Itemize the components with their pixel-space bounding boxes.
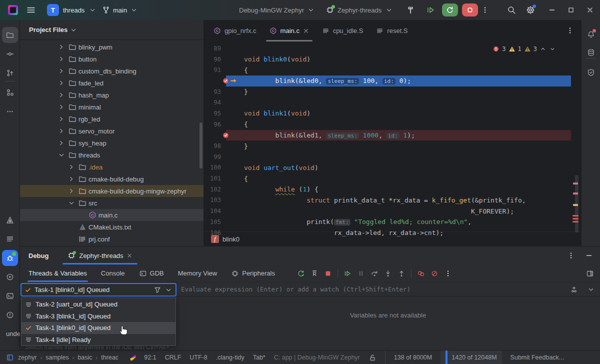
code-line-96[interactable]: 96{ <box>204 119 581 130</box>
sidebar-item-problems-tool[interactable] <box>2 307 18 323</box>
gutter[interactable] <box>221 76 240 86</box>
debug-session-tab[interactable]: Zephyr-threads ✕ <box>62 246 137 264</box>
chevron-right-icon[interactable] <box>58 67 66 75</box>
chevron-right-icon[interactable] <box>68 175 76 183</box>
tree-item-hash-map[interactable]: hash_map <box>20 89 204 101</box>
stripe-mark[interactable] <box>573 182 578 184</box>
gutter[interactable] <box>221 130 240 141</box>
tree-item-src[interactable]: src <box>20 197 204 209</box>
crumb-threads[interactable]: threads <box>101 354 118 361</box>
run-config-selector[interactable]: Debug-MinGW Zephyr <box>239 0 315 20</box>
tree-item-rgb-led[interactable]: rgb_led <box>20 113 204 125</box>
main-menu-button[interactable] <box>26 0 36 20</box>
kebab-icon[interactable] <box>566 26 574 34</box>
code-line-105[interactable]: 105 printk(fmt: "Toggled led%d; counter=… <box>204 216 581 228</box>
chevron-right-icon[interactable] <box>58 139 66 147</box>
resume-program-button[interactable] <box>344 270 352 278</box>
gutter[interactable] <box>221 184 240 195</box>
evaluate-expression-field[interactable]: Evaluate expression (Enter) or add a wat… <box>176 282 600 296</box>
window-close-button[interactable] <box>586 0 594 20</box>
thread-option-task-2-uart-out-id-queued[interactable]: Task-2 [uart_out_id] Queued <box>22 298 176 310</box>
vcs-widget[interactable]: main <box>102 0 138 20</box>
stripe-mark[interactable] <box>573 192 578 194</box>
step-into-button[interactable] <box>384 270 392 278</box>
status-breadcrumbs[interactable]: zephyr›samples›basic›threads <box>18 354 118 361</box>
close-icon[interactable]: ✕ <box>127 252 132 260</box>
stripe-mark[interactable] <box>573 204 578 206</box>
gutter[interactable] <box>221 54 240 65</box>
linter-widget[interactable]: .clang-tidy <box>216 354 244 361</box>
thread-option-task-3-blink1-id-queued[interactable]: Task-3 [blink1_id] Queued <box>22 310 176 322</box>
debug-config-selector[interactable]: Zephyr-threads <box>326 0 393 20</box>
tree-item-main-c[interactable]: Cmain.c <box>20 209 204 221</box>
crumb-basic[interactable]: basic <box>78 354 92 361</box>
gutter[interactable] <box>221 64 240 76</box>
breakpoint-icon[interactable] <box>222 77 230 84</box>
resume-button[interactable] <box>426 0 435 20</box>
tree-item-sys-heap[interactable]: sys_heap <box>20 137 204 149</box>
reset-target-button[interactable]: R <box>310 270 318 278</box>
tree-item-button[interactable]: button <box>20 53 204 65</box>
more-actions-button[interactable] <box>444 270 452 278</box>
gutter[interactable] <box>221 43 240 54</box>
gutter[interactable] <box>221 152 240 162</box>
chevron-right-icon[interactable] <box>58 43 66 51</box>
tool-window-widget-icon[interactable] <box>6 354 14 362</box>
sidebar-item-structure-tool[interactable] <box>2 84 18 100</box>
step-over-button[interactable] <box>370 270 378 278</box>
editor-tab-reset-s[interactable]: reset.S <box>370 20 414 42</box>
tree-item-servo-motor[interactable]: servo_motor <box>20 125 204 137</box>
code-line-102[interactable]: 102 while (1) { <box>204 184 581 195</box>
code-line-91[interactable]: 91{ <box>204 64 581 76</box>
settings-button[interactable] <box>526 0 535 20</box>
project-widget[interactable]: T threads <box>47 0 96 20</box>
run-more-button[interactable] <box>481 0 489 20</box>
mute-breakpoints-button[interactable] <box>430 270 438 278</box>
file-encoding[interactable]: UTF-8 <box>190 354 207 361</box>
thread-selector[interactable]: Task-1 [blink0_id] Queued <box>20 283 176 296</box>
sidebar-item-commit-tool[interactable] <box>2 46 18 62</box>
code-line-101[interactable]: 101{ <box>204 173 581 184</box>
pause-program-button[interactable] <box>357 270 365 278</box>
inspections-widget[interactable]: 313 <box>492 46 556 52</box>
prev-problem-icon[interactable] <box>540 46 546 52</box>
chevron-down-icon[interactable] <box>587 286 595 294</box>
sidebar-item-terminal-tool[interactable] <box>2 288 18 304</box>
sidebar-item-notifications[interactable] <box>583 26 599 42</box>
debug-tab-threads-variables[interactable]: Threads & Variables <box>28 264 87 282</box>
indent-widget[interactable]: Tab* <box>253 354 266 361</box>
stop-process-button[interactable] <box>324 270 332 278</box>
step-out-button[interactable] <box>398 270 406 278</box>
gutter[interactable] <box>221 119 240 130</box>
debug-tab-console[interactable]: Console <box>101 264 125 282</box>
caret-position[interactable]: 92:1 <box>144 354 156 361</box>
window-maximize-button[interactable] <box>567 0 575 20</box>
project-view-selector[interactable]: Project Files <box>20 20 204 40</box>
add-watch-icon[interactable] <box>570 286 578 294</box>
editor-tab-main-c[interactable]: Cmain.c✕ <box>263 20 316 42</box>
window-minimize-button[interactable] <box>548 0 556 20</box>
editor-tab-gpio-nrfx-c[interactable]: Cgpio_nrfx.c <box>207 20 263 42</box>
thread-option-task-4-idle-ready[interactable]: Task-4 [idle] Ready <box>22 334 176 346</box>
submit-feedback-link[interactable]: Submit Feedback... <box>510 354 564 361</box>
code-line-93[interactable]: 93} <box>204 86 581 98</box>
gutter[interactable] <box>221 140 240 152</box>
gutter[interactable] <box>221 206 240 216</box>
chevron-right-icon[interactable] <box>58 103 66 111</box>
active-run-config[interactable]: C: app | Debug-MinGW Zephyr <box>274 354 360 361</box>
gutter[interactable] <box>221 86 240 98</box>
code-line-99[interactable]: 99 <box>204 152 581 162</box>
gutter[interactable] <box>221 108 240 119</box>
rerun-debug-button[interactable] <box>442 0 458 20</box>
breakpoint-icon[interactable] <box>222 132 230 139</box>
debug-tab-memory-view[interactable]: Memory View <box>178 264 218 282</box>
clion-logo[interactable] <box>8 0 18 20</box>
gutter[interactable] <box>221 97 240 108</box>
memory-indicator[interactable]: 1420 of 12048M <box>440 350 502 364</box>
next-problem-icon[interactable] <box>549 46 556 52</box>
debug-tab-peripherals[interactable]: Peripherals <box>231 264 275 282</box>
sidebar-item-pull-requests-tool[interactable] <box>2 65 18 81</box>
code-line-97[interactable]: blink(&led1, sleep_ms: 1000, id: 1); <box>204 130 581 141</box>
code-line-103[interactable]: 103 struct printk_data_t *rx_data = k_fi… <box>204 195 581 206</box>
chevron-right-icon[interactable] <box>68 163 76 171</box>
